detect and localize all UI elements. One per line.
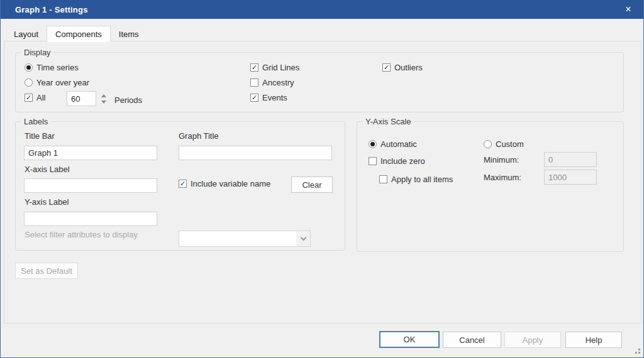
tab-items[interactable]: Items — [111, 27, 147, 41]
set-as-default-button[interactable]: Set as Default — [15, 263, 78, 279]
yaxis-scale-group: Y-Axis Scale Automatic Custom Include ze… — [357, 121, 624, 252]
checkbox-include-zero-label: Include zero — [380, 156, 425, 166]
radio-year-over-year-label: Year over year — [36, 78, 89, 87]
checkbox-outliers-label: Outliers — [394, 63, 423, 72]
tab-page-components: Display Time series Year over year ✓ All… — [4, 41, 641, 323]
title-bar-input[interactable] — [24, 146, 157, 160]
display-group: Display Time series Year over year ✓ All… — [15, 52, 624, 112]
checkbox-include-zero[interactable]: Include zero — [369, 156, 425, 166]
maximum-label: Maximum: — [484, 173, 521, 182]
checkbox-all-label: All — [36, 93, 45, 102]
checkbox-events-label: Events — [262, 93, 287, 102]
radio-custom-label: Custom — [496, 139, 524, 149]
checkbox-outliers[interactable]: ✓ Outliers — [382, 63, 423, 72]
close-icon[interactable]: × — [618, 0, 638, 19]
minimum-input[interactable] — [544, 152, 597, 167]
help-button[interactable]: Help — [565, 332, 622, 348]
tab-strip: Layout Components Items — [6, 25, 147, 41]
clear-button[interactable]: Clear — [291, 176, 333, 193]
graph-title-input[interactable] — [179, 146, 332, 160]
maximum-input[interactable] — [544, 170, 597, 185]
xaxis-label-input[interactable] — [24, 178, 157, 193]
radio-automatic[interactable]: Automatic — [369, 139, 417, 149]
yaxis-group-legend: Y-Axis Scale — [362, 117, 414, 126]
checkbox-all[interactable]: ✓ All — [25, 93, 45, 102]
cancel-button[interactable]: Cancel — [443, 332, 501, 348]
periods-label: Periods — [114, 95, 142, 105]
resize-grip[interactable] — [633, 346, 640, 354]
tab-components[interactable]: Components — [47, 26, 111, 42]
checkbox-icon[interactable] — [379, 175, 387, 183]
checkbox-events[interactable]: ✓ Events — [250, 93, 287, 102]
radio-icon[interactable] — [25, 79, 33, 87]
radio-year-over-year[interactable]: Year over year — [25, 78, 89, 87]
window-title: Graph 1 - Settings — [15, 5, 88, 14]
checkbox-icon[interactable]: ✓ — [25, 94, 33, 102]
checkbox-icon[interactable]: ✓ — [250, 63, 258, 72]
checkbox-ancestry-label: Ancestry — [262, 78, 294, 87]
filter-attributes-hint: Select filter attributes to display — [25, 230, 138, 239]
graph-title-field-label: Graph Title — [179, 131, 219, 141]
radio-icon[interactable] — [484, 140, 492, 148]
periods-stepper[interactable] — [101, 94, 106, 104]
radio-time-series[interactable]: Time series — [25, 63, 79, 72]
spin-up-icon[interactable] — [101, 94, 106, 97]
minimum-label: Minimum: — [484, 155, 519, 165]
radio-icon[interactable] — [369, 140, 377, 148]
settings-dialog: Graph 1 - Settings × Layout Components I… — [0, 0, 644, 358]
checkbox-icon[interactable] — [250, 79, 258, 87]
tab-layout[interactable]: Layout — [6, 27, 47, 41]
checkbox-icon[interactable] — [369, 157, 377, 165]
yaxis-field-label: Y-axis Label — [25, 197, 69, 207]
checkbox-include-variable-name[interactable]: ✓ Include variable name — [179, 179, 270, 188]
periods-input[interactable] — [67, 91, 96, 106]
labels-group-legend: Labels — [21, 117, 51, 126]
spin-down-icon[interactable] — [101, 100, 106, 104]
checkbox-icon[interactable]: ✓ — [382, 63, 391, 72]
checkbox-icon[interactable]: ✓ — [179, 180, 187, 188]
checkbox-apply-all-items[interactable]: Apply to all items — [379, 175, 453, 184]
checkbox-grid-lines-label: Grid Lines — [262, 63, 299, 72]
radio-icon[interactable] — [25, 63, 33, 72]
apply-button[interactable]: Apply — [504, 332, 561, 348]
combo-dropdown-button[interactable] — [296, 231, 310, 246]
checkbox-grid-lines[interactable]: ✓ Grid Lines — [250, 63, 299, 72]
filter-attributes-select[interactable] — [179, 231, 311, 247]
chevron-down-icon — [300, 235, 306, 241]
title-bar[interactable]: Graph 1 - Settings × — [1, 0, 643, 19]
checkbox-apply-all-label: Apply to all items — [391, 175, 453, 184]
radio-custom[interactable]: Custom — [484, 139, 524, 149]
xaxis-field-label: X-axis Label — [25, 165, 70, 174]
radio-time-series-label: Time series — [36, 63, 79, 72]
display-group-legend: Display — [21, 48, 54, 57]
checkbox-ancestry[interactable]: Ancestry — [250, 78, 294, 87]
ok-button[interactable]: OK — [379, 331, 440, 348]
yaxis-label-input[interactable] — [24, 212, 157, 226]
checkbox-include-variable-label: Include variable name — [191, 179, 270, 188]
radio-automatic-label: Automatic — [380, 139, 417, 149]
checkbox-icon[interactable]: ✓ — [250, 94, 258, 102]
title-bar-field-label: Title Bar — [25, 131, 55, 141]
labels-group: Labels Title Bar X-axis Label Y-axis Lab… — [15, 121, 345, 251]
